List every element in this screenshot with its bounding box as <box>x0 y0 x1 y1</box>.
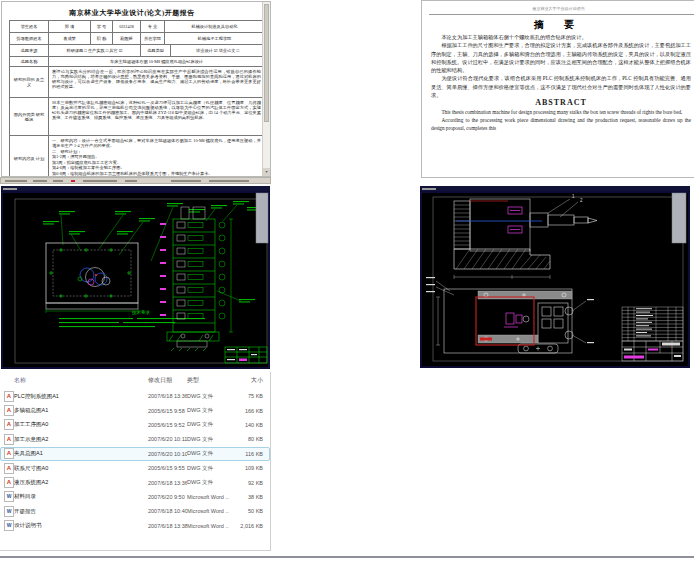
file-size: 116 KB <box>229 451 265 457</box>
file-size: 75 KB <box>229 393 265 399</box>
cad-window-spindle-diagram: 技术要求 <box>1 186 270 369</box>
document-scrollbar[interactable]: ▾ <box>262 2 270 176</box>
field-value: 0331428 <box>112 21 140 32</box>
type-checkboxes[interactable]: 毕业设计 ☑ 毕业论文 □ <box>170 45 264 56</box>
file-date: 2007/6/20 10:10 <box>148 451 187 457</box>
file-type: DWG 文件 <box>187 421 229 428</box>
column-header-date[interactable]: 修改日期 <box>148 376 187 385</box>
file-row[interactable]: A 液压系统图A2 2007/6/18 13:36 DWG 文件 92 KB <box>0 475 270 489</box>
dwg-file-icon: A <box>4 419 14 430</box>
dwg-file-icon: A <box>4 463 14 474</box>
file-size: 109 KB <box>229 465 265 471</box>
paragraph: This thesis combination machine for desi… <box>431 108 691 116</box>
status-dash <box>83 180 117 182</box>
column-header-type[interactable]: 类型 <box>187 376 229 385</box>
file-type: DWG 文件 <box>187 436 229 443</box>
file-size: 80 KB <box>229 436 265 442</box>
file-type: DWG 文件 <box>187 407 229 414</box>
callout-number: 2 <box>580 198 583 203</box>
file-size: 2,016 KB <box>229 523 265 529</box>
plan-line: 二、研究计划： <box>52 149 261 154</box>
field-label: 所在学院 <box>140 33 164 44</box>
file-size: 50 KB <box>229 508 265 514</box>
header-divider <box>429 14 694 15</box>
cad-canvas-right[interactable]: 1 2 <box>420 191 690 368</box>
file-row[interactable]: W 设计说明书 2007/6/18 13:38 Microsoft Word .… <box>0 519 270 533</box>
file-type: DWG 文件 <box>187 465 229 472</box>
field-value: 郑 清 <box>48 21 90 32</box>
status-dash <box>125 180 137 182</box>
file-explorer-list: 名称 修改日期 类型 大小 A PLC控制系统图A1 2007/6/18 13:… <box>0 372 271 551</box>
page-header: 南京林业大学毕业设计说明书 <box>422 6 694 11</box>
file-type: DWG 文件 <box>187 450 229 457</box>
paragraph: According to the processing work piece d… <box>431 116 691 133</box>
file-name[interactable]: 设计说明书 <box>14 522 148 529</box>
file-row[interactable]: A 联系尺寸图A0 2005/6/15 9:55 DWG 文件 109 KB <box>0 461 270 475</box>
file-name[interactable]: 多轴箱总图A1 <box>14 407 148 414</box>
word-file-icon: W <box>4 520 14 531</box>
dwg-file-icon: A <box>4 477 14 488</box>
field-label: 研究的目的 及意义 <box>10 67 48 97</box>
file-name[interactable]: PLC控制系统图A1 <box>14 393 148 400</box>
cad-canvas-left[interactable]: 技术要求 <box>1 191 270 369</box>
file-size: 38 KB <box>229 494 265 500</box>
plan-line: 一、研究内容：设计一台立式单面组合钻床，要对车床主轴箱箱体右侧加工 10-M8 … <box>52 138 261 148</box>
word-file-icon: W <box>4 491 14 502</box>
file-name[interactable]: 加工工序图A0 <box>14 421 148 428</box>
column-header-size[interactable]: 大小 <box>229 376 265 385</box>
file-date: 2005/6/15 9:52 <box>148 422 187 428</box>
dwg-file-icon: A <box>4 434 14 445</box>
paragraph: 根据加工工件的尺寸图和生产要求，合理的拟定设计方案，完成该机床各部件及系统的设计… <box>431 41 691 74</box>
file-type: Microsoft Word ... <box>187 508 229 514</box>
file-row-selected[interactable]: A 夹具总图A1 2007/6/20 10:10 DWG 文件 116 KB <box>0 447 270 461</box>
cad-title-dash <box>3 188 17 190</box>
field-value: 机械电子工程学院 <box>164 33 264 44</box>
file-name[interactable]: 开题报告 <box>14 508 148 515</box>
status-dash <box>53 180 63 182</box>
cad-scrollbar-thumb[interactable] <box>256 193 268 243</box>
file-name[interactable]: 加工示意图A2 <box>14 436 148 443</box>
proposal-document-page: 南京林业大学毕业设计(论文)开题报告 学生姓名 郑 清 学 号 0331428 … <box>1 1 271 177</box>
abstract-body: 本论文为加工主轴箱箱体右侧十个螺纹底孔的组合钻床的设计。 根据加工工件的尺寸图和… <box>431 33 691 133</box>
plan-line: 第4-6周：绘制被加工零件全貌工序图。 <box>52 165 261 170</box>
status-dash <box>171 180 201 182</box>
field-label: 指导教师姓名 <box>10 33 48 44</box>
file-type: Microsoft Word ... <box>187 523 229 529</box>
file-size: 92 KB <box>229 480 265 486</box>
field-label: 研究内容及 计划 <box>10 136 48 177</box>
file-row[interactable]: A 加工示意图A2 2007/6/20 10:11 DWG 文件 80 KB <box>0 432 270 446</box>
file-name[interactable]: 材料目录 <box>14 493 148 500</box>
scrollbar-thumb[interactable] <box>264 4 269 122</box>
abstract-document-page: 南京林业大学毕业设计说明书 摘 要 本论文为加工主轴箱箱体右侧十个螺纹底孔的组合… <box>421 0 694 178</box>
file-row[interactable]: W 材料目录 2007/6/20 9:50 Microsoft Word ...… <box>0 490 270 504</box>
cad-title-dash <box>422 188 436 190</box>
callout-number: 1 <box>572 194 575 199</box>
file-date: 2007/6/20 9:50 <box>148 494 187 500</box>
tech-requirements-label: 技术要求 <box>131 310 151 315</box>
source-checkboxes[interactable]: 科研课题 □ 生产实践 □ 其它 ☑ <box>48 45 140 56</box>
file-row[interactable]: W 开题报告 2007/6/18 10:40 Microsoft Word ..… <box>0 504 270 518</box>
field-value: 副教授 <box>112 33 140 44</box>
file-row[interactable]: A PLC控制系统图A1 2007/6/18 13:36 DWG 文件 75 K… <box>0 389 270 403</box>
column-header-name[interactable]: 名称 <box>14 376 148 385</box>
paragraph: 为使设计符合现代化要求，该组合机床采用 PLC 控制系统来控制机床的工作，PLC… <box>431 74 691 99</box>
dwg-file-icon: A <box>4 391 14 402</box>
file-name[interactable]: 液压系统图A2 <box>14 479 148 486</box>
window-bottom-edge <box>0 556 694 558</box>
file-row[interactable]: A 多轴箱总图A1 2005/6/15 9:58 DWG 文件 166 KB <box>0 403 270 417</box>
field-label: 选题类型 <box>140 45 170 56</box>
cad-title-bar[interactable] <box>420 186 690 191</box>
cad-scrollbar-thumb[interactable] <box>672 193 686 243</box>
file-name[interactable]: 联系尺寸图A0 <box>14 465 148 472</box>
overview-text: 日本三菱数控汽缸体缸孔精密组合钻床，这种钻孔一次进刀便可以加工出高精度（孔径精度… <box>48 98 264 135</box>
file-type: DWG 文件 <box>187 479 229 486</box>
file-row[interactable]: A 加工工序图A0 2005/6/15 9:52 DWG 文件 140 KB <box>0 418 270 432</box>
file-name[interactable]: 夹具总图A1 <box>14 450 148 457</box>
cad-title-bar[interactable] <box>1 186 270 191</box>
desktop-collage: 南京林业大学毕业设计(论文)开题报告 学生姓名 郑 清 学 号 0331428 … <box>0 0 694 561</box>
file-size: 166 KB <box>229 408 265 414</box>
dwg-file-icon: A <box>4 448 14 459</box>
field-label: 国内外同类 研究概况 <box>10 98 48 135</box>
scroll-down-icon[interactable]: ▾ <box>263 168 270 176</box>
field-label: 选题名称 <box>10 57 48 66</box>
